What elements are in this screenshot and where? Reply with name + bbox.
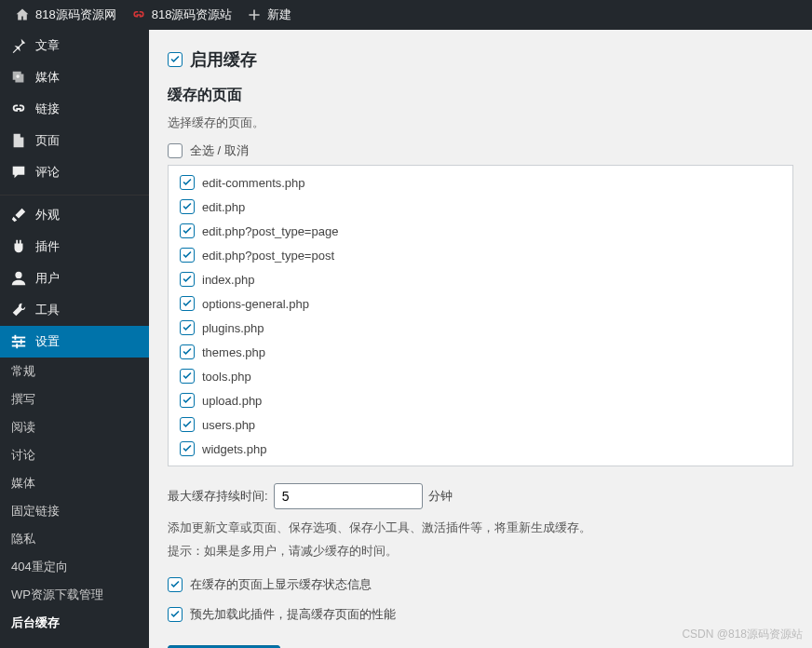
menu-label: 文章: [35, 37, 60, 54]
page-list: edit-comments.phpedit.phpedit.php?post_t…: [168, 165, 793, 466]
menu-item-tool[interactable]: 工具: [0, 294, 149, 326]
submenu-item[interactable]: WP资源下载管理: [0, 581, 149, 609]
topbar-site-2-label: 818源码资源站: [152, 7, 233, 23]
menu-item-plugin[interactable]: 插件: [0, 231, 149, 263]
link-icon: [9, 101, 28, 117]
cached-pages-heading: 缓存的页面: [168, 86, 793, 105]
svg-rect-2: [12, 337, 25, 339]
page-checkbox[interactable]: [180, 441, 195, 456]
enable-cache-label: 启用缓存: [190, 48, 257, 71]
tool-icon: [9, 302, 28, 318]
menu-item-media[interactable]: 媒体: [0, 61, 149, 93]
show-status-checkbox[interactable]: [168, 577, 183, 592]
admin-sidebar: 文章媒体链接页面评论 外观插件用户工具设置 常规撰写阅读讨论媒体固定链接隐私40…: [0, 30, 149, 648]
page-checkbox[interactable]: [180, 393, 195, 408]
topbar-new[interactable]: 新建: [239, 0, 299, 30]
page-filename: index.php: [202, 273, 254, 287]
menu-label: 插件: [35, 238, 60, 255]
submenu-item[interactable]: 固定链接: [0, 497, 149, 525]
page-checkbox[interactable]: [180, 248, 195, 263]
page-checkbox[interactable]: [180, 175, 195, 190]
settings-icon: [9, 333, 28, 350]
comment-icon: [9, 164, 28, 181]
svg-point-0: [16, 74, 20, 78]
svg-point-1: [15, 272, 21, 278]
enable-cache-checkbox[interactable]: [168, 52, 183, 67]
menu-label: 链接: [35, 101, 60, 117]
select-pages-desc: 选择缓存的页面。: [168, 115, 793, 131]
submenu-item[interactable]: 后台缓存: [0, 609, 149, 637]
menu-item-user[interactable]: 用户: [0, 263, 149, 294]
page-checkbox[interactable]: [180, 296, 195, 311]
submenu-item[interactable]: 讨论: [0, 441, 149, 469]
svg-rect-6: [20, 339, 22, 344]
topbar-site-1[interactable]: 818源码资源网: [7, 0, 124, 30]
max-duration-label: 最大缓存持续时间:: [168, 488, 268, 505]
menu-label: 页面: [35, 132, 60, 149]
submenu-item[interactable]: 404重定向: [0, 553, 149, 581]
brush-icon: [9, 207, 28, 223]
page-checkbox[interactable]: [180, 369, 195, 384]
page-checkbox[interactable]: [180, 223, 195, 238]
admin-topbar: 818源码资源网 818源码资源站 新建: [0, 0, 812, 30]
svg-rect-4: [12, 345, 25, 347]
menu-item-brush[interactable]: 外观: [0, 199, 149, 231]
topbar-site-2[interactable]: 818源码资源站: [124, 0, 240, 30]
page-checkbox[interactable]: [180, 272, 195, 287]
menu-item-link[interactable]: 链接: [0, 93, 149, 125]
pin-icon: [9, 37, 28, 54]
page-checkbox[interactable]: [180, 320, 195, 335]
page-filename: tools.php: [202, 370, 251, 384]
page-checkbox[interactable]: [180, 417, 195, 432]
submenu-item[interactable]: 媒体: [0, 469, 149, 497]
preload-checkbox[interactable]: [168, 607, 183, 622]
hint-multiuser: 提示：如果是多用户，请减少缓存的时间。: [168, 542, 793, 561]
menu-label: 评论: [35, 164, 60, 181]
max-duration-input[interactable]: [274, 483, 423, 509]
max-duration-unit: 分钟: [428, 488, 453, 505]
plugin-icon: [9, 238, 28, 255]
menu-label: 媒体: [35, 69, 60, 86]
page-icon: [9, 132, 28, 149]
menu-label: 外观: [35, 207, 60, 223]
submenu-item[interactable]: 常规: [0, 358, 149, 385]
select-all-checkbox[interactable]: [168, 143, 183, 158]
svg-rect-5: [15, 335, 17, 340]
menu-label: 设置: [35, 333, 60, 350]
svg-rect-3: [12, 341, 25, 343]
save-clear-button[interactable]: 保存并清除缓存: [168, 645, 280, 648]
page-filename: edit.php?post_type=page: [202, 224, 338, 238]
submenu-item[interactable]: 隐私: [0, 525, 149, 553]
page-filename: edit.php: [202, 200, 245, 214]
page-filename: upload.php: [202, 394, 262, 408]
page-filename: themes.php: [202, 345, 265, 359]
page-filename: edit.php?post_type=post: [202, 249, 334, 263]
menu-label: 工具: [35, 302, 60, 318]
page-checkbox[interactable]: [180, 199, 195, 214]
page-checkbox[interactable]: [180, 344, 195, 359]
hint-regenerate: 添加更新文章或页面、保存选项、保存小工具、激活插件等，将重新生成缓存。: [168, 519, 793, 538]
page-filename: edit-comments.php: [202, 176, 305, 190]
page-filename: options-general.php: [202, 297, 309, 311]
preload-label: 预先加载此插件，提高缓存页面的性能: [190, 606, 396, 623]
page-filename: plugins.php: [202, 321, 264, 335]
menu-item-page[interactable]: 页面: [0, 125, 149, 156]
menu-item-comment[interactable]: 评论: [0, 156, 149, 188]
topbar-site-1-label: 818源码资源网: [35, 7, 116, 23]
svg-rect-7: [16, 344, 18, 348]
menu-item-settings[interactable]: 设置: [0, 326, 149, 358]
home-icon: [15, 7, 30, 22]
menu-label: 用户: [35, 270, 60, 287]
link-icon: [131, 7, 146, 22]
submenu-item[interactable]: 撰写: [0, 385, 149, 413]
user-icon: [9, 270, 28, 287]
menu-item-pin[interactable]: 文章: [0, 30, 149, 61]
media-icon: [9, 69, 28, 86]
plus-icon: [247, 7, 262, 22]
page-filename: widgets.php: [202, 442, 266, 456]
submenu-item[interactable]: 阅读: [0, 413, 149, 441]
show-status-label: 在缓存的页面上显示缓存状态信息: [190, 576, 372, 593]
select-all-label: 全选 / 取消: [190, 142, 249, 159]
menu-separator: [0, 192, 149, 196]
page-filename: users.php: [202, 418, 255, 432]
